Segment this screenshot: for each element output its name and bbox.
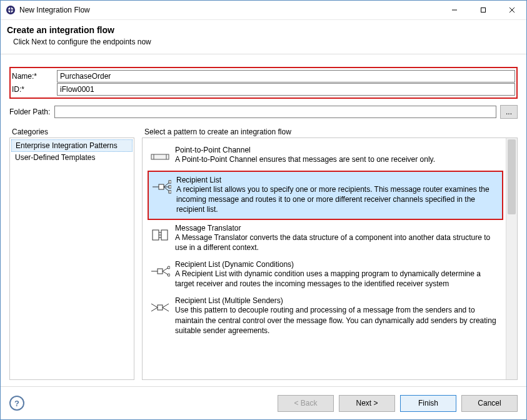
pattern-item-recipient-list[interactable]: Recipient List A recipient list allows y… <box>148 171 503 220</box>
pattern-title: Recipient List (Multiple Senders) <box>175 296 501 305</box>
svg-line-28 <box>151 304 158 308</box>
svg-rect-21 <box>158 269 163 274</box>
recipient-list-icon <box>151 177 171 197</box>
pattern-text: Message Translator A Message Translator … <box>175 224 501 252</box>
app-icon <box>6 5 16 15</box>
pattern-item-recipient-list-dynamic[interactable]: Recipient List (Dynamic Conditions) A Re… <box>148 256 503 292</box>
window-buttons <box>440 1 526 19</box>
row-name: Name:* <box>12 70 515 82</box>
name-input[interactable] <box>57 70 515 82</box>
patterns-column: Select a pattern to create an integratio… <box>142 128 518 380</box>
svg-point-26 <box>168 274 170 276</box>
svg-rect-3 <box>6 9 15 11</box>
scrollbar-thumb[interactable] <box>508 139 516 214</box>
mid-columns: Categories Enterprise Integration Patter… <box>9 128 518 380</box>
pattern-title: Recipient List <box>176 176 499 184</box>
pipe-icon <box>150 147 170 167</box>
row-id: ID:* <box>12 83 515 96</box>
translator-icon <box>150 225 170 245</box>
svg-rect-27 <box>158 305 163 310</box>
patterns-scroll: Point-to-Point Channel A Point-to-Point … <box>143 138 506 379</box>
category-item-eip[interactable]: Enterprise Integration Patterns <box>11 139 133 152</box>
pattern-desc: Use this pattern to decouple routing and… <box>175 305 501 336</box>
pattern-title: Point-to-Point Channel <box>175 146 501 154</box>
wizard-footer: ? < Back Next > Finish Cancel <box>1 386 526 419</box>
patterns-group-label: Select a pattern to create an integratio… <box>144 128 518 136</box>
help-icon[interactable]: ? <box>9 396 24 411</box>
folder-label: Folder Path: <box>9 108 53 116</box>
folder-input[interactable] <box>54 106 496 118</box>
category-item-userdef[interactable]: User-Defined Templates <box>11 152 133 163</box>
svg-line-31 <box>163 308 169 311</box>
pattern-item-recipient-list-multisender[interactable]: Recipient List (Multiple Senders) Use th… <box>148 292 503 339</box>
maximize-button[interactable] <box>469 1 498 19</box>
page-subtitle: Click Next to configure the endpoints no… <box>13 38 520 46</box>
svg-rect-20 <box>161 230 168 240</box>
browse-button[interactable]: ... <box>500 105 518 119</box>
svg-line-30 <box>163 304 169 308</box>
highlight-name-id: Name:* ID:* <box>9 67 518 99</box>
id-input[interactable] <box>57 83 515 96</box>
pattern-text: Point-to-Point Channel A Point-to-Point … <box>175 146 501 164</box>
name-label: Name:* <box>12 72 56 81</box>
back-button: < Back <box>278 395 334 412</box>
svg-rect-16 <box>169 181 171 183</box>
titlebar: New Integration Flow <box>1 1 526 20</box>
svg-rect-5 <box>481 8 486 12</box>
recipient-list-dynamic-icon <box>150 261 170 281</box>
pattern-item-p2p[interactable]: Point-to-Point Channel A Point-to-Point … <box>148 142 503 171</box>
window-title: New Integration Flow <box>19 6 440 14</box>
pattern-desc: A Point-to-Point Channel ensures that me… <box>175 154 501 164</box>
id-label: ID:* <box>12 85 56 94</box>
svg-rect-11 <box>159 184 164 189</box>
pattern-desc: A Recipient List with dynamic condition … <box>175 269 501 289</box>
categories-group-label: Categories <box>12 128 134 136</box>
recipient-list-multi-icon <box>150 298 170 318</box>
pattern-text: Recipient List (Dynamic Conditions) A Re… <box>175 260 501 289</box>
finish-button[interactable]: Finish <box>400 395 456 412</box>
wizard-body: Name:* ID:* Folder Path: ... Categories … <box>1 54 526 386</box>
svg-rect-17 <box>169 186 171 188</box>
svg-point-25 <box>168 266 170 269</box>
categories-column: Categories Enterprise Integration Patter… <box>9 128 134 380</box>
pattern-text: Recipient List A recipient list allows y… <box>176 176 499 215</box>
minimize-button[interactable] <box>440 1 469 19</box>
patterns-list: Point-to-Point Channel A Point-to-Point … <box>142 138 518 380</box>
pattern-text: Recipient List (Multiple Senders) Use th… <box>175 296 501 336</box>
close-button[interactable] <box>498 1 526 19</box>
scrollbar[interactable] <box>506 138 517 379</box>
next-button[interactable]: Next > <box>339 395 395 412</box>
pattern-item-translator[interactable]: Message Translator A Message Translator … <box>148 220 503 256</box>
wizard-header: Create an integration flow Click Next to… <box>1 20 526 54</box>
pattern-desc: A recipient list allows you to specify o… <box>176 184 499 215</box>
svg-rect-18 <box>169 191 171 193</box>
cancel-button[interactable]: Cancel <box>461 395 518 412</box>
svg-rect-19 <box>153 230 159 240</box>
categories-list: Enterprise Integration Patterns User-Def… <box>9 138 134 380</box>
pattern-desc: A Message Translator converts the data s… <box>175 232 501 252</box>
page-title: Create an integration flow <box>7 25 520 35</box>
pattern-title: Recipient List (Dynamic Conditions) <box>175 260 501 269</box>
pattern-title: Message Translator <box>175 224 501 232</box>
row-folder: Folder Path: ... <box>9 105 518 119</box>
dialog-window: New Integration Flow Create an integrati… <box>0 0 527 420</box>
svg-line-29 <box>151 308 158 311</box>
